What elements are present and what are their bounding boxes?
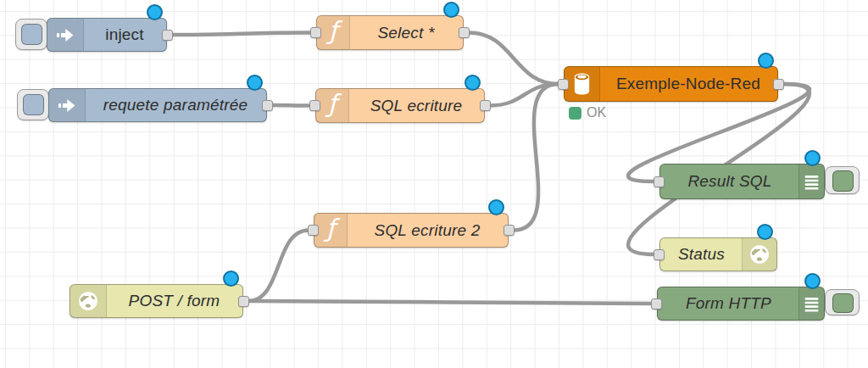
node-label: SQL ecriture 2 xyxy=(346,213,509,248)
changed-badge xyxy=(758,53,774,69)
changed-badge xyxy=(804,150,821,166)
output-port[interactable] xyxy=(459,27,470,38)
node-exemple-node-red[interactable]: Exemple-Node-Red OK xyxy=(564,66,778,102)
debug-toggle-face[interactable] xyxy=(832,170,854,192)
debug-list-icon xyxy=(803,173,821,191)
debug-toggle-button[interactable] xyxy=(825,289,860,315)
node-label: Exemple-Node-Red xyxy=(598,66,778,102)
node-select[interactable]: ƒSelect * xyxy=(316,15,464,50)
node-requete-parametree[interactable]: requete paramétrée xyxy=(48,88,267,122)
node-label: requete paramétrée xyxy=(84,88,267,122)
node-label: Form HTTP xyxy=(657,287,800,321)
changed-badge xyxy=(247,75,263,91)
output-port[interactable] xyxy=(480,100,491,111)
input-port[interactable] xyxy=(654,176,665,187)
changed-badge xyxy=(757,224,773,240)
node-inject[interactable]: inject xyxy=(47,18,167,52)
input-port[interactable] xyxy=(310,27,321,38)
globe-icon xyxy=(748,243,771,265)
output-port[interactable] xyxy=(162,30,173,41)
input-port[interactable] xyxy=(651,298,662,309)
function-icon: ƒ xyxy=(326,216,335,241)
node-form-http[interactable]: Form HTTP xyxy=(657,287,825,321)
icon-strip xyxy=(47,19,84,51)
changed-badge xyxy=(488,199,504,215)
status-text: OK xyxy=(587,105,606,120)
output-port[interactable] xyxy=(238,296,249,307)
changed-badge xyxy=(443,2,459,18)
node-post-form[interactable]: POST / form xyxy=(70,284,243,318)
icon-strip xyxy=(798,164,824,198)
node-label: SQL ecriture xyxy=(348,88,485,123)
flow-canvas[interactable]: inject requete paramétréeƒSelect *ƒSQL e… xyxy=(0,0,868,368)
output-port[interactable] xyxy=(504,225,515,236)
inject-button-face[interactable] xyxy=(21,24,42,45)
node-sql-ecriture[interactable]: ƒSQL ecriture xyxy=(315,88,485,123)
globe-icon xyxy=(77,290,99,312)
debug-toggle-button[interactable] xyxy=(825,166,860,194)
node-sql-ecriture-2[interactable]: ƒSQL ecriture 2 xyxy=(314,213,509,248)
nodes-layer: inject requete paramétréeƒSelect *ƒSQL e… xyxy=(0,0,868,368)
changed-badge xyxy=(804,273,821,289)
changed-badge xyxy=(147,4,163,20)
node-label: Status xyxy=(659,237,743,271)
icon-strip xyxy=(70,285,107,317)
debug-toggle-face[interactable] xyxy=(832,293,854,313)
icon-strip xyxy=(565,67,600,101)
node-label: inject xyxy=(82,18,167,52)
inject-arrow-icon xyxy=(55,25,76,45)
inject-arrow-icon xyxy=(57,96,78,115)
node-label: Select * xyxy=(348,15,464,50)
node-label: POST / form xyxy=(105,284,243,318)
input-port[interactable] xyxy=(654,249,665,260)
status-dot-icon xyxy=(569,107,581,120)
changed-badge xyxy=(465,75,481,91)
node-status[interactable]: Status xyxy=(659,237,777,271)
node-result-sql[interactable]: Result SQL xyxy=(659,164,825,199)
input-port[interactable] xyxy=(558,79,569,90)
node-status: OK xyxy=(569,105,606,120)
changed-badge xyxy=(223,270,239,287)
debug-list-icon xyxy=(803,295,821,313)
node-label: Result SQL xyxy=(659,164,800,199)
input-port[interactable] xyxy=(309,100,320,111)
inject-button[interactable] xyxy=(17,89,49,120)
icon-strip xyxy=(742,238,776,270)
icon-strip: ƒ xyxy=(316,89,349,122)
inject-button-face[interactable] xyxy=(23,94,44,115)
icon-strip xyxy=(49,89,86,121)
icon-strip xyxy=(798,287,824,320)
inject-button[interactable] xyxy=(15,19,47,50)
database-icon xyxy=(572,72,592,96)
function-icon: ƒ xyxy=(329,19,337,43)
output-port[interactable] xyxy=(773,79,784,90)
function-icon: ƒ xyxy=(328,92,337,116)
input-port[interactable] xyxy=(308,225,319,236)
output-port[interactable] xyxy=(262,100,273,111)
icon-strip: ƒ xyxy=(314,214,348,247)
icon-strip: ƒ xyxy=(317,16,350,49)
